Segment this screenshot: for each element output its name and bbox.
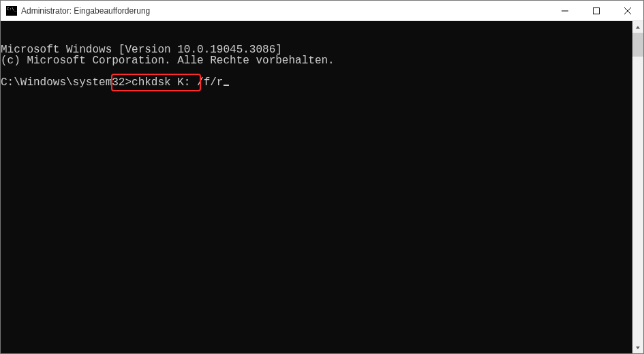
svg-marker-4 (636, 26, 640, 29)
svg-rect-1 (594, 8, 600, 14)
cursor (224, 85, 229, 86)
maximize-icon (593, 8, 600, 14)
svg-marker-5 (636, 346, 640, 349)
scroll-up-button[interactable] (632, 21, 643, 33)
minimize-button[interactable] (549, 1, 581, 20)
chevron-up-icon (635, 25, 641, 30)
window-frame: Administrator: Eingabeaufforderung Micro… (0, 0, 644, 354)
scroll-track[interactable] (632, 33, 643, 342)
vertical-scrollbar[interactable] (632, 21, 643, 353)
scroll-down-button[interactable] (632, 342, 643, 353)
minimize-icon (562, 8, 568, 14)
terminal-output[interactable]: Microsoft Windows [Version 10.0.19045.30… (1, 21, 632, 353)
terminal-container: Microsoft Windows [Version 10.0.19045.30… (1, 21, 643, 353)
close-button[interactable] (612, 1, 643, 20)
prompt-path: C:\Windows\system32> (1, 76, 132, 89)
terminal-line: Microsoft Windows [Version 10.0.19045.30… (1, 44, 632, 55)
chevron-down-icon (635, 345, 641, 351)
maximize-button[interactable] (581, 1, 612, 20)
command-text: chkdsk K: /f/r (132, 76, 223, 89)
window-controls (549, 1, 643, 20)
scroll-thumb[interactable] (632, 33, 643, 57)
terminal-line: (c) Microsoft Corporation. Alle Rechte v… (1, 55, 632, 66)
cmd-icon (6, 6, 17, 16)
titlebar[interactable]: Administrator: Eingabeaufforderung (1, 1, 643, 21)
prompt-line: C:\Windows\system32>chkdsk K: /f/r (1, 77, 229, 88)
close-icon (624, 8, 631, 14)
window-title: Administrator: Eingabeaufforderung (21, 6, 549, 16)
